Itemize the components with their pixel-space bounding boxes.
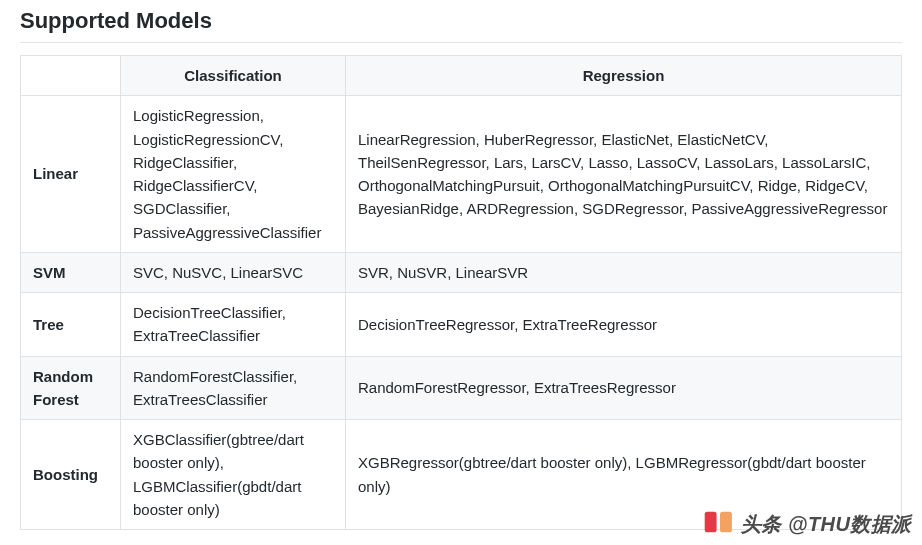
table-row: Random Forest RandomForestClassifier, Ex… [21,356,902,420]
table-header-row: Classification Regression [21,56,902,96]
cell-classification: XGBClassifier(gbtree/dart booster only),… [121,420,346,530]
table-row: SVM SVC, NuSVC, LinearSVC SVR, NuSVR, Li… [21,252,902,292]
row-label: Tree [21,293,121,357]
watermark: 头条 @THU数据派 [703,510,912,539]
watermark-icon [703,510,737,539]
table-row: Tree DecisionTreeClassifier, ExtraTreeCl… [21,293,902,357]
cell-classification: SVC, NuSVC, LinearSVC [121,252,346,292]
cell-regression: SVR, NuSVR, LinearSVR [346,252,902,292]
watermark-text: 头条 @THU数据派 [741,511,912,538]
cell-regression: DecisionTreeRegressor, ExtraTreeRegresso… [346,293,902,357]
cell-classification: RandomForestClassifier, ExtraTreesClassi… [121,356,346,420]
row-label: Boosting [21,420,121,530]
cell-classification: LogisticRegression, LogisticRegressionCV… [121,96,346,253]
cell-regression: LinearRegression, HuberRegressor, Elasti… [346,96,902,253]
header-regression: Regression [346,56,902,96]
row-label: SVM [21,252,121,292]
page-title: Supported Models [20,8,902,43]
header-blank [21,56,121,96]
row-label: Random Forest [21,356,121,420]
cell-regression: RandomForestRegressor, ExtraTreesRegress… [346,356,902,420]
table-row: Linear LogisticRegression, LogisticRegre… [21,96,902,253]
header-classification: Classification [121,56,346,96]
cell-classification: DecisionTreeClassifier, ExtraTreeClassif… [121,293,346,357]
svg-rect-0 [705,512,717,532]
svg-rect-1 [720,512,732,532]
supported-models-table: Classification Regression Linear Logisti… [20,55,902,530]
row-label: Linear [21,96,121,253]
